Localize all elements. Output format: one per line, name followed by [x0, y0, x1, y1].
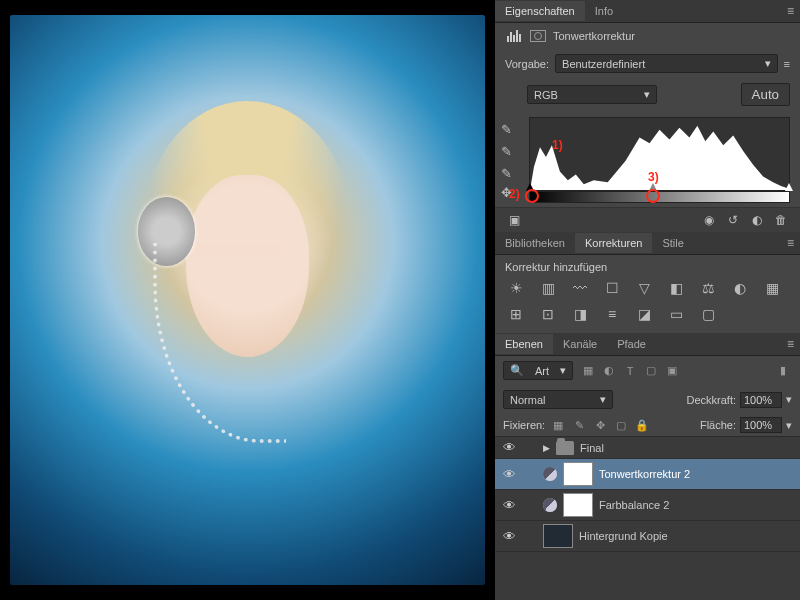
lock-artboard-icon[interactable]: ▢ — [613, 418, 629, 432]
lock-transparency-icon[interactable]: ▦ — [550, 418, 566, 432]
eyedropper-gray-icon[interactable]: ✎ — [501, 143, 519, 159]
hue-sat-icon[interactable]: ◧ — [665, 279, 687, 297]
blend-mode-dropdown[interactable]: Normal▾ — [503, 390, 613, 409]
properties-panel: Tonwertkorrektur Vorgabe: Benutzerdefini… — [495, 23, 800, 232]
channel-dropdown[interactable]: RGB▾ — [527, 85, 657, 104]
bw-icon[interactable]: ◐ — [729, 279, 751, 297]
annotation-circle-2 — [525, 189, 539, 203]
levels-icon — [505, 29, 523, 43]
adjustment-thumb-icon[interactable] — [543, 467, 557, 481]
lock-position-icon[interactable]: ✥ — [592, 418, 608, 432]
layer-mask-thumb[interactable] — [563, 493, 593, 517]
image-document[interactable] — [10, 15, 485, 585]
layers-flyout-menu[interactable]: ≡ — [781, 333, 800, 355]
folder-icon[interactable] — [556, 441, 574, 455]
brightness-contrast-icon[interactable]: ☀ — [505, 279, 527, 297]
color-lookup-icon[interactable]: ⊡ — [537, 305, 559, 323]
eyedropper-black-icon[interactable]: ✎ — [501, 121, 519, 137]
gradient-map-icon[interactable]: ▭ — [665, 305, 687, 323]
visibility-toggle-icon[interactable]: 👁 — [501, 467, 517, 482]
layer-name[interactable]: Tonwertkorrektur 2 — [599, 468, 794, 480]
layer-name[interactable]: Final — [580, 442, 794, 454]
layer-row[interactable]: 👁 Hintergrund Kopie — [495, 521, 800, 552]
fill-chevron-icon[interactable]: ▾ — [786, 419, 792, 432]
right-panel-dock: Eigenschaften Info ≡ Tonwertkorrektur Vo… — [495, 0, 800, 600]
lock-label: Fixieren: — [503, 419, 545, 431]
layer-filter-kind[interactable]: 🔍 Art▾ — [503, 361, 573, 380]
lock-pixels-icon[interactable]: ✎ — [571, 418, 587, 432]
lock-all-icon[interactable]: 🔒 — [634, 418, 650, 432]
invert-icon[interactable]: ◨ — [569, 305, 591, 323]
tab-layers[interactable]: Ebenen — [495, 334, 553, 354]
reset-icon[interactable]: ↺ — [724, 212, 742, 228]
tab-adjustments[interactable]: Korrekturen — [575, 233, 652, 253]
exposure-icon[interactable]: ☐ — [601, 279, 623, 297]
view-previous-icon[interactable]: ◉ — [700, 212, 718, 228]
preset-dropdown[interactable]: Benutzerdefiniert▾ — [555, 54, 778, 73]
layer-row[interactable]: 👁 Farbbalance 2 — [495, 490, 800, 521]
tab-styles[interactable]: Stile — [652, 233, 693, 253]
color-balance-icon[interactable]: ⚖ — [697, 279, 719, 297]
opacity-chevron-icon[interactable]: ▾ — [786, 393, 792, 406]
channel-mixer-icon[interactable]: ⊞ — [505, 305, 527, 323]
layer-name[interactable]: Hintergrund Kopie — [579, 530, 794, 542]
tab-paths[interactable]: Pfade — [607, 334, 656, 354]
curves-icon[interactable]: 〰 — [569, 279, 591, 297]
histogram-area: ✎ ✎ ✎ ✥ 1) 3) 2) — [529, 117, 790, 205]
layer-name[interactable]: Farbbalance 2 — [599, 499, 794, 511]
filter-type-icon[interactable]: T — [621, 363, 639, 379]
levels-adj-icon[interactable]: ▥ — [537, 279, 559, 297]
visibility-toggle-icon[interactable]: 👁 — [501, 529, 517, 544]
fill-input[interactable] — [740, 417, 782, 433]
visibility-toggle-icon[interactable]: 👁 — [501, 498, 517, 513]
fill-label: Fläche: — [700, 419, 736, 431]
highlight-slider[interactable] — [785, 190, 793, 200]
selective-color-icon[interactable]: ▢ — [697, 305, 719, 323]
adjustments-flyout-menu[interactable]: ≡ — [781, 232, 800, 254]
opacity-input[interactable] — [740, 392, 782, 408]
layer-group-row[interactable]: 👁 ▶ Final — [495, 437, 800, 459]
layers-panel: 🔍 Art▾ ▦ ◐ T ▢ ▣ ▮ Normal▾ Deckkraft: ▾ … — [495, 356, 800, 600]
layer-list: 👁 ▶ Final 👁 Tonwertkorrektur 2 👁 Farbbal… — [495, 437, 800, 600]
adjustments-tabrow: Bibliotheken Korrekturen Stile ≡ — [495, 232, 800, 255]
layer-thumb[interactable] — [543, 524, 573, 548]
annotation-3: 3) — [648, 170, 659, 184]
preset-menu-icon[interactable]: ≡ — [784, 58, 790, 70]
photo-filter-icon[interactable]: ▦ — [761, 279, 783, 297]
opacity-label: Deckkraft: — [686, 394, 736, 406]
svg-marker-0 — [530, 126, 789, 190]
filter-pixel-icon[interactable]: ▦ — [579, 363, 597, 379]
clip-to-layer-icon[interactable]: ▣ — [505, 212, 523, 228]
visibility-toggle-icon[interactable]: 👁 — [501, 440, 517, 455]
add-adjustment-label: Korrektur hinzufügen — [505, 261, 790, 273]
histogram[interactable]: 1) 3) — [529, 117, 790, 191]
adjustment-title: Tonwertkorrektur — [553, 30, 635, 42]
trash-icon[interactable]: 🗑 — [772, 212, 790, 228]
tab-libraries[interactable]: Bibliotheken — [495, 233, 575, 253]
tab-properties[interactable]: Eigenschaften — [495, 1, 585, 21]
adjustment-thumb-icon[interactable] — [543, 498, 557, 512]
annotation-1: 1) — [552, 138, 563, 152]
toggle-visibility-icon[interactable]: ◐ — [748, 212, 766, 228]
tab-channels[interactable]: Kanäle — [553, 334, 607, 354]
annotation-2: 2) — [509, 187, 520, 201]
posterize-icon[interactable]: ≡ — [601, 305, 623, 323]
threshold-icon[interactable]: ◪ — [633, 305, 655, 323]
filter-smart-icon[interactable]: ▣ — [663, 363, 681, 379]
layer-mask-icon[interactable] — [529, 29, 547, 43]
properties-tabrow: Eigenschaften Info ≡ — [495, 0, 800, 23]
vibrance-icon[interactable]: ▽ — [633, 279, 655, 297]
filter-toggle-icon[interactable]: ▮ — [774, 363, 792, 379]
eyedropper-white-icon[interactable]: ✎ — [501, 165, 519, 181]
auto-button[interactable]: Auto — [741, 83, 790, 106]
layers-tabrow: Ebenen Kanäle Pfade ≡ — [495, 333, 800, 356]
tab-info[interactable]: Info — [585, 1, 623, 21]
filter-adjust-icon[interactable]: ◐ — [600, 363, 618, 379]
filter-shape-icon[interactable]: ▢ — [642, 363, 660, 379]
folder-expand-icon[interactable]: ▶ — [543, 443, 550, 453]
document-canvas[interactable] — [0, 0, 495, 600]
layer-mask-thumb[interactable] — [563, 462, 593, 486]
properties-footer: ▣ ◉ ↺ ◐ 🗑 — [495, 207, 800, 232]
layer-row-selected[interactable]: 👁 Tonwertkorrektur 2 — [495, 459, 800, 490]
panel-flyout-menu[interactable]: ≡ — [781, 0, 800, 22]
